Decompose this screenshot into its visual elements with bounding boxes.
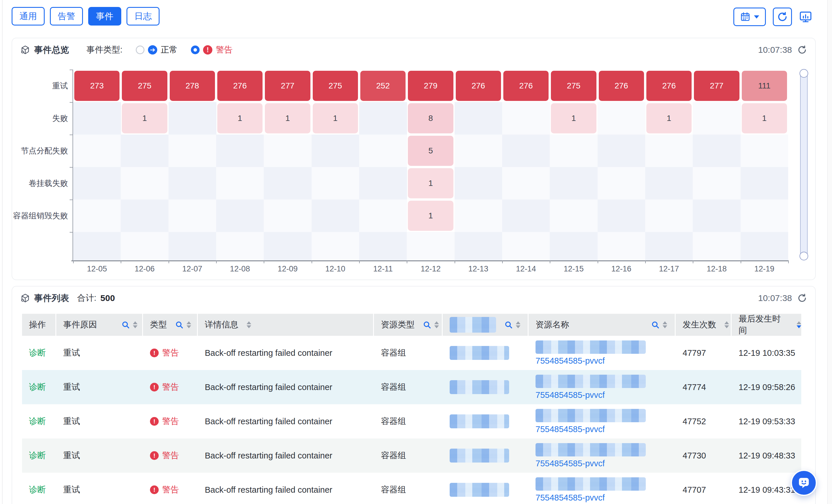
column-header-type[interactable]: 类型 [143, 314, 198, 336]
table-row: 诊断重试!警告Back-off restarting failed contai… [22, 404, 801, 439]
resource-name-link[interactable]: 7554854585-pvvcf [536, 356, 605, 366]
heatmap-cell: 278 [170, 71, 215, 101]
column-label: 最后发生时间 [738, 313, 788, 336]
column-header-redacted[interactable] [443, 314, 528, 336]
datazoom-handle-bottom[interactable] [800, 252, 808, 260]
cell-count: 47707 [676, 473, 732, 504]
sort-icon[interactable] [246, 321, 251, 328]
heatmap-empty-cell [550, 232, 598, 260]
diagnose-link[interactable]: 诊断 [29, 416, 46, 427]
date-picker-button[interactable] [733, 7, 766, 26]
column-header-action: 操作 [22, 314, 56, 336]
diagnose-link[interactable]: 诊断 [29, 381, 46, 393]
warning-label: 警告 [162, 484, 179, 496]
tab-log[interactable]: 日志 [127, 7, 160, 26]
chat-assistant-button[interactable] [791, 470, 817, 496]
x-axis-label: 12-08 [216, 264, 264, 273]
search-icon[interactable] [651, 320, 660, 329]
column-header-resource-type[interactable]: 资源类型 [374, 314, 443, 336]
sort-desc-caret[interactable] [434, 325, 439, 328]
heatmap-empty-cell [598, 200, 646, 232]
heatmap-empty-cell [73, 102, 121, 135]
column-header-count[interactable]: 发生次数 [676, 314, 732, 336]
heatmap-cell: 1 [313, 103, 358, 133]
heatmap-cell: 111 [742, 71, 787, 101]
heatmap-empty-cell [264, 135, 312, 167]
resource-name-link[interactable]: 7554854585-pvvcf [536, 493, 605, 503]
heatmap-empty-cell [502, 232, 550, 260]
cell-count: 47774 [676, 370, 732, 404]
panel-refresh-icon[interactable] [797, 293, 807, 303]
datazoom-handle-top[interactable] [800, 69, 808, 78]
heatmap-empty-cell [312, 200, 359, 232]
sort-asc-caret[interactable] [516, 321, 520, 324]
search-icon[interactable] [175, 320, 184, 329]
toolbar-actions [733, 7, 812, 26]
heatmap-cell: 276 [646, 71, 692, 101]
resource-name-link[interactable]: 7554854585-pvvcf [536, 425, 605, 434]
sort-icon[interactable] [434, 321, 439, 328]
x-axis-label: 12-16 [598, 264, 645, 273]
search-icon[interactable] [121, 320, 130, 329]
sort-desc-caret[interactable] [186, 325, 191, 328]
sort-icon[interactable] [516, 321, 520, 328]
sort-asc-caret[interactable] [133, 321, 137, 324]
sort-asc-caret[interactable] [434, 321, 439, 324]
datazoom-slider[interactable] [800, 71, 808, 259]
search-icon[interactable] [423, 320, 432, 329]
heatmap-empty-cell [693, 200, 740, 232]
tab-event[interactable]: 事件 [88, 7, 121, 26]
heatmap-empty-cell [502, 200, 550, 232]
column-header-last-time[interactable]: 最后发生时间 [732, 314, 801, 336]
sort-asc-caret[interactable] [797, 321, 801, 324]
heatmap-empty-cell [73, 232, 121, 260]
monitor-chart-icon[interactable] [799, 10, 812, 24]
sort-desc-caret[interactable] [662, 325, 667, 328]
search-icon[interactable] [504, 320, 513, 329]
heatmap-empty-cell [407, 232, 454, 260]
diagnose-link[interactable]: 诊断 [29, 484, 46, 496]
sort-desc-caret[interactable] [516, 325, 520, 328]
diagnose-link[interactable]: 诊断 [29, 450, 46, 461]
refresh-icon [777, 11, 788, 22]
heatmap-empty-cell [216, 167, 264, 200]
sort-icon[interactable] [662, 321, 667, 328]
sort-desc-caret[interactable] [724, 325, 729, 328]
column-header-detail[interactable]: 详情信息 [198, 314, 374, 336]
sort-icon[interactable] [797, 321, 801, 328]
column-label: 资源类型 [381, 319, 415, 330]
cell-last-time: 12-19 09:48:33 [732, 439, 801, 473]
sort-desc-caret[interactable] [246, 325, 251, 328]
diagnose-link[interactable]: 诊断 [29, 347, 46, 359]
sort-icon[interactable] [724, 321, 729, 328]
sort-asc-caret[interactable] [662, 321, 667, 324]
heatmap-empty-cell [168, 200, 216, 232]
sort-desc-caret[interactable] [797, 325, 801, 328]
refresh-button[interactable] [773, 7, 792, 26]
sort-asc-caret[interactable] [186, 321, 191, 324]
heatmap-empty-cell [598, 135, 646, 167]
sort-icon[interactable] [133, 321, 137, 328]
tab-alarm[interactable]: 告警 [50, 7, 83, 26]
heatmap-empty-cell [645, 200, 693, 232]
column-header-reason[interactable]: 事件原因 [56, 314, 143, 336]
cell-detail: Back-off restarting failed container [198, 370, 374, 404]
tab-general[interactable]: 通用 [11, 7, 45, 26]
sort-asc-caret[interactable] [246, 321, 251, 324]
warning-badge-icon: ! [150, 485, 159, 494]
page-scrollbar[interactable] [827, 0, 832, 504]
sort-asc-caret[interactable] [724, 321, 729, 324]
resource-name-link[interactable]: 7554854585-pvvcf [536, 459, 605, 468]
redacted-resource-name-line [536, 477, 646, 490]
resource-name-link[interactable]: 7554854585-pvvcf [536, 390, 605, 400]
sort-icon[interactable] [186, 321, 191, 328]
event-table: 操作事件原因类型详情信息资源类型资源名称发生次数最后发生时间 诊断重试!警告Ba… [22, 314, 801, 504]
sort-desc-caret[interactable] [133, 325, 137, 328]
y-axis-tick [70, 102, 73, 103]
heatmap-cell: 277 [265, 71, 310, 101]
column-header-resource-name[interactable]: 资源名称 [528, 314, 676, 336]
heatmap-cell: 1 [646, 103, 692, 133]
redacted-resource-name-line [536, 409, 646, 422]
heatmap-cell: 1 [742, 103, 787, 133]
redacted-column-label [450, 317, 496, 333]
